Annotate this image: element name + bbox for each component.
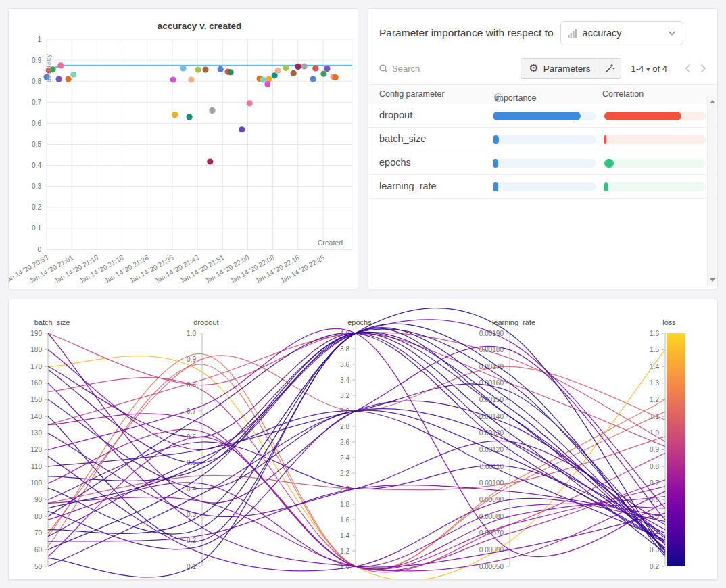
run-point <box>180 65 186 71</box>
svg-text:0.8: 0.8 <box>32 78 41 85</box>
run-point <box>228 69 234 75</box>
parameter-importance-panel: Parameter importance with respect to acc… <box>368 8 718 289</box>
run-line <box>48 328 665 577</box>
svg-text:50: 50 <box>34 563 43 570</box>
gear-icon: ⚙ <box>529 63 538 74</box>
x-axis-label: Created <box>318 239 343 247</box>
table-row[interactable]: batch_size <box>368 128 717 151</box>
svg-text:0.00060: 0.00060 <box>479 546 504 554</box>
svg-text:150: 150 <box>30 396 42 403</box>
chart-title: accuracy v. created <box>158 21 241 31</box>
parallel-coordinates-chart[interactable]: 5060708090100110120130140150160170180190… <box>9 299 717 579</box>
run-point <box>70 72 76 78</box>
run-point <box>310 76 316 82</box>
svg-text:1.5: 1.5 <box>650 346 659 353</box>
run-point <box>283 65 289 71</box>
chevron-left-icon[interactable] <box>685 64 691 73</box>
run-point <box>324 66 330 72</box>
run-line <box>48 324 665 556</box>
config-parameter-name: dropout <box>379 109 412 120</box>
parameters-button[interactable]: ⚙ Parameters <box>521 58 598 79</box>
metric-select-value: accuracy <box>583 28 662 39</box>
svg-text:1.4: 1.4 <box>340 532 349 539</box>
svg-text:120: 120 <box>30 446 42 454</box>
table-header: Config parameter Importance Correlation <box>368 84 717 103</box>
svg-text:1.0: 1.0 <box>187 330 196 337</box>
svg-text:3.6: 3.6 <box>340 361 349 368</box>
loss-colorbar <box>667 333 685 566</box>
svg-text:2.4: 2.4 <box>340 454 349 462</box>
run-point <box>301 64 307 70</box>
svg-text:2.6: 2.6 <box>340 439 349 446</box>
sort-desc-icon[interactable] <box>494 93 498 103</box>
svg-text:160: 160 <box>30 379 42 387</box>
table-row[interactable]: dropout <box>368 104 717 128</box>
scroll-up-icon[interactable] <box>710 100 715 103</box>
svg-text:0.5: 0.5 <box>32 141 41 148</box>
scroll-down-icon[interactable] <box>710 278 715 282</box>
svg-text:0.2: 0.2 <box>32 203 41 211</box>
svg-text:0.1: 0.1 <box>32 224 41 232</box>
run-point <box>260 76 266 82</box>
run-point <box>202 66 208 72</box>
axis-title-loss: loss <box>662 318 676 326</box>
search-input[interactable] <box>392 64 466 74</box>
svg-text:140: 140 <box>30 413 42 420</box>
run-line <box>48 437 665 569</box>
pagination-range[interactable]: 1-4 <box>631 64 644 74</box>
scrollbar[interactable] <box>707 96 716 286</box>
column-config-parameter: Config parameter <box>379 89 445 99</box>
run-line <box>48 333 665 520</box>
run-point <box>264 81 270 87</box>
svg-text:0: 0 <box>37 246 41 253</box>
svg-text:90: 90 <box>34 496 43 504</box>
column-correlation[interactable]: Correlation <box>602 89 644 99</box>
scatter-plot-panel: 00.10.20.30.40.50.60.70.80.91Jan 14 '20 … <box>8 8 358 289</box>
run-point <box>188 76 194 82</box>
correlation-bar <box>604 112 706 120</box>
svg-text:1: 1 <box>37 36 41 43</box>
run-line <box>48 437 665 504</box>
run-point <box>65 76 71 82</box>
run-point <box>195 66 201 72</box>
run-point <box>209 107 215 114</box>
svg-text:110: 110 <box>31 463 42 470</box>
run-line <box>48 456 665 571</box>
chevron-right-icon[interactable] <box>700 64 706 73</box>
y-axis-label: accuracy <box>44 53 52 82</box>
magic-wand-button[interactable] <box>598 58 621 79</box>
run-point <box>186 114 192 120</box>
svg-text:180: 180 <box>30 346 42 353</box>
svg-text:1.2: 1.2 <box>650 396 659 403</box>
pagination-of: of 4 <box>652 64 667 74</box>
run-point <box>295 64 301 70</box>
run-point <box>247 100 253 106</box>
svg-text:1.8: 1.8 <box>340 501 349 508</box>
run-lines <box>48 308 665 579</box>
svg-text:0.3: 0.3 <box>32 182 41 190</box>
svg-text:0.4: 0.4 <box>32 162 41 169</box>
axis-title-learning_rate: learning_rate <box>492 318 535 326</box>
axis-title-epochs: epochs <box>347 318 372 326</box>
table-row[interactable]: learning_rate <box>368 175 717 199</box>
table-row[interactable]: epochs <box>368 151 717 175</box>
svg-text:3.4: 3.4 <box>340 376 349 384</box>
svg-text:0.9: 0.9 <box>32 57 41 64</box>
svg-text:0.6: 0.6 <box>32 120 41 127</box>
run-point <box>291 70 297 76</box>
run-point <box>57 62 64 68</box>
svg-text:0.2: 0.2 <box>187 537 196 544</box>
panel-header: Parameter importance with respect to acc… <box>379 21 706 45</box>
parallel-coordinates-panel: 5060708090100110120130140150160170180190… <box>8 299 718 580</box>
correlation-bar <box>604 182 706 191</box>
run-line <box>48 329 665 552</box>
metric-select-dropdown[interactable]: accuracy <box>560 21 683 45</box>
accuracy-vs-created-chart[interactable]: 00.10.20.30.40.50.60.70.80.91Jan 14 '20 … <box>9 9 358 289</box>
chevron-down-icon <box>668 30 676 36</box>
pagination: 1-4 of 4 <box>631 64 667 74</box>
run-point <box>170 76 176 82</box>
panel-title: Parameter importance with respect to <box>379 27 554 39</box>
config-parameter-name: batch_size <box>379 133 426 144</box>
search-box[interactable] <box>379 64 481 74</box>
caret-down-icon[interactable] <box>646 64 650 74</box>
